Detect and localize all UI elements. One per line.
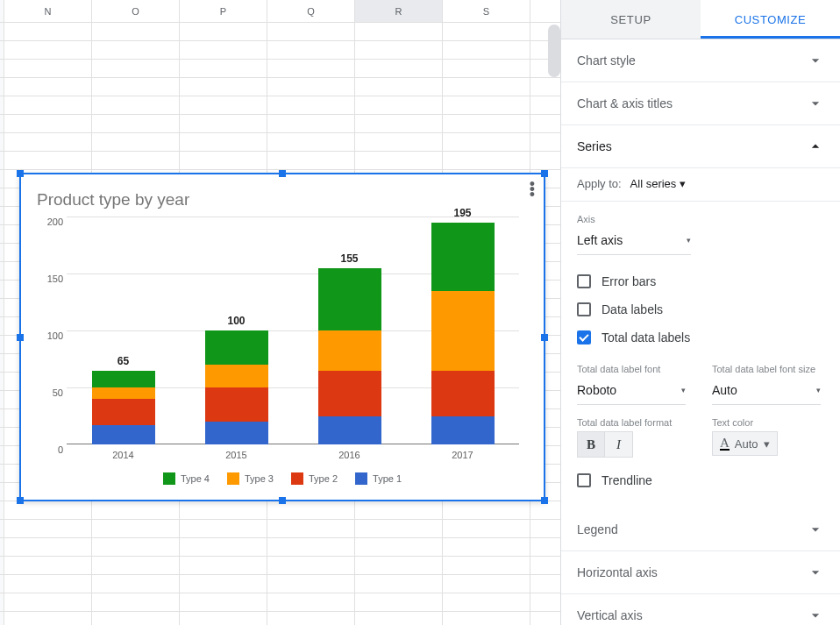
legend-item-type-1[interactable]: Type 1 — [355, 472, 402, 485]
cell[interactable] — [180, 538, 267, 556]
checkbox-unchecked-icon[interactable] — [577, 473, 591, 487]
grid-row[interactable] — [0, 60, 560, 78]
grid-row[interactable] — [0, 575, 560, 593]
cell[interactable] — [443, 152, 530, 169]
bar-segment-type-2[interactable] — [431, 371, 495, 416]
total-label-font-dropdown[interactable]: Roboto ▾ — [577, 378, 686, 405]
cell[interactable] — [4, 520, 92, 537]
cell[interactable] — [267, 557, 355, 574]
bar-segment-type-3[interactable] — [318, 330, 381, 371]
plot-area[interactable]: 05010015020065100155195 — [67, 217, 519, 444]
bar-segment-type-1[interactable] — [92, 425, 155, 444]
cell[interactable] — [355, 133, 443, 151]
bar-segment-type-1[interactable] — [205, 422, 268, 444]
cell[interactable] — [4, 557, 92, 574]
cell[interactable] — [355, 23, 443, 40]
legend-item-type-2[interactable]: Type 2 — [291, 472, 338, 485]
cell[interactable] — [267, 41, 355, 59]
cell[interactable] — [92, 96, 180, 114]
bar-2014[interactable]: 65 — [67, 217, 180, 444]
bar-segment-type-3[interactable] — [92, 387, 155, 399]
bar-segment-type-3[interactable] — [431, 291, 495, 371]
text-color-dropdown[interactable]: A Auto ▾ — [712, 431, 778, 456]
bar-2016[interactable]: 155 — [293, 217, 406, 444]
chart-editor-selection[interactable]: ••• Product type by year 050100150200651… — [19, 173, 545, 501]
cell[interactable] — [4, 78, 92, 96]
grid-row[interactable] — [0, 133, 560, 152]
bar-segment-type-4[interactable] — [318, 268, 381, 331]
bar-segment-type-1[interactable] — [431, 416, 495, 445]
cell[interactable] — [267, 538, 355, 556]
cell[interactable] — [355, 115, 443, 132]
trendline-checkbox-row[interactable]: Trendline — [577, 466, 824, 494]
axis-dropdown[interactable]: Left axis ▾ — [577, 228, 691, 255]
accordion-horizontal-axis[interactable]: Horizontal axis — [561, 551, 840, 594]
cell[interactable] — [92, 78, 180, 96]
grid-row[interactable] — [0, 593, 560, 612]
cell[interactable] — [355, 152, 443, 169]
tab-setup[interactable]: SETUP — [561, 0, 701, 39]
cell[interactable] — [443, 78, 530, 96]
bar-segment-type-2[interactable] — [205, 387, 268, 422]
accordion-chart-axis-titles[interactable]: Chart & axis titles — [561, 82, 840, 125]
cell[interactable] — [92, 575, 180, 593]
cell[interactable] — [355, 575, 443, 593]
bar-segment-type-4[interactable] — [205, 330, 268, 365]
column-header-R[interactable]: R — [355, 0, 443, 22]
cell[interactable] — [355, 501, 443, 519]
cell[interactable] — [92, 115, 180, 132]
bar-segment-type-2[interactable] — [318, 371, 381, 416]
column-header-Q[interactable]: Q — [267, 0, 355, 22]
bar-segment-type-4[interactable] — [431, 223, 495, 291]
cell[interactable] — [4, 538, 92, 556]
column-header-N[interactable]: N — [4, 0, 92, 22]
cell[interactable] — [355, 520, 443, 537]
grid-row[interactable] — [0, 538, 560, 557]
grid-row[interactable] — [0, 41, 560, 60]
cell[interactable] — [4, 593, 92, 611]
bar-2017[interactable]: 195 — [406, 217, 519, 444]
cell[interactable] — [180, 60, 267, 77]
bar-segment-type-2[interactable] — [92, 399, 155, 425]
accordion-legend[interactable]: Legend — [561, 508, 840, 551]
cell[interactable] — [180, 593, 267, 611]
cell[interactable] — [180, 152, 267, 169]
data-labels-checkbox-row[interactable]: Data labels — [577, 295, 824, 323]
grid-row[interactable] — [0, 78, 560, 96]
cell[interactable] — [267, 60, 355, 77]
cell[interactable] — [92, 520, 180, 537]
cell[interactable] — [92, 612, 180, 625]
cell[interactable] — [92, 60, 180, 77]
grid-row[interactable] — [0, 115, 560, 133]
cell[interactable] — [180, 96, 267, 114]
cell[interactable] — [180, 115, 267, 132]
grid-row[interactable] — [0, 96, 560, 115]
cell[interactable] — [443, 538, 530, 556]
cell[interactable] — [443, 115, 530, 132]
cell[interactable] — [443, 96, 530, 114]
cell[interactable] — [443, 575, 530, 593]
cell[interactable] — [180, 575, 267, 593]
cell[interactable] — [267, 593, 355, 611]
grid-row[interactable] — [0, 501, 560, 520]
error-bars-checkbox-row[interactable]: Error bars — [577, 267, 824, 295]
column-header-O[interactable]: O — [92, 0, 180, 22]
cell[interactable] — [4, 152, 92, 169]
cell[interactable] — [267, 78, 355, 96]
cell[interactable] — [180, 78, 267, 96]
bold-button[interactable]: B — [577, 431, 605, 458]
column-header-P[interactable]: P — [180, 0, 267, 22]
cell[interactable] — [4, 501, 92, 519]
cell[interactable] — [443, 501, 530, 519]
cell[interactable] — [443, 557, 530, 574]
cell[interactable] — [4, 96, 92, 114]
cell[interactable] — [92, 23, 180, 40]
vertical-scrollbar[interactable] — [548, 25, 560, 77]
bar-segment-type-3[interactable] — [205, 365, 268, 387]
legend-item-type-4[interactable]: Type 4 — [163, 472, 210, 485]
cell[interactable] — [4, 133, 92, 151]
cell[interactable] — [355, 60, 443, 77]
cell[interactable] — [267, 520, 355, 537]
grid-row[interactable] — [0, 520, 560, 538]
total-label-fontsize-dropdown[interactable]: Auto ▾ — [712, 378, 821, 405]
